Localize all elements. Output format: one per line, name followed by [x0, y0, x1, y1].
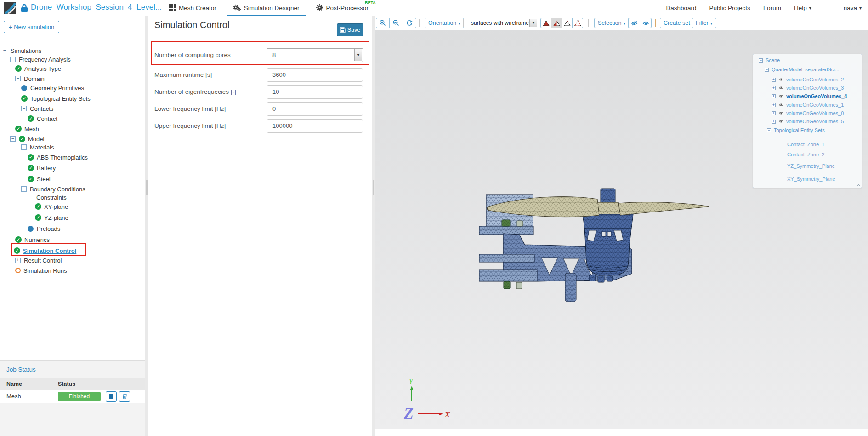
scene-volume-node[interactable]: +volumeOnGeoVolumes_2	[772, 76, 844, 83]
show-button[interactable]	[640, 18, 652, 28]
collapse-icon[interactable]: −	[767, 128, 771, 132]
scene-volume-node[interactable]: +volumeOnGeoVolumes_3	[772, 85, 844, 91]
eye-icon[interactable]	[778, 94, 784, 98]
nav-dashboard[interactable]: Dashboard	[666, 5, 697, 11]
cores-select[interactable]: 8 ▼	[267, 48, 363, 62]
save-button[interactable]: Save	[337, 23, 363, 36]
surface-triangle-button[interactable]	[551, 18, 562, 28]
tree-item-analysis-type[interactable]: ✓Analysis Type	[15, 64, 61, 73]
collapse-icon[interactable]: −	[10, 57, 16, 62]
expand-icon[interactable]: +	[772, 86, 776, 90]
eye-icon[interactable]	[778, 111, 784, 115]
upper-frequency-input[interactable]: 100000	[267, 119, 363, 133]
tree-item-materials[interactable]: −Materials	[21, 143, 54, 152]
tree-item-result-control[interactable]: +Result Control	[15, 256, 62, 265]
tab-post-processor[interactable]: Post-Processor BETA	[316, 0, 369, 16]
scene-root[interactable]: −Scene	[759, 57, 780, 63]
collapse-icon[interactable]: −	[2, 48, 7, 53]
tree-item-mesh[interactable]: ✓Mesh	[15, 124, 39, 133]
zoom-out-button[interactable]	[389, 18, 403, 28]
tree-item-yz-plane[interactable]: ✓YZ-plane	[35, 213, 68, 222]
eigenfrequencies-input[interactable]: 10	[267, 85, 363, 99]
hide-button[interactable]	[628, 18, 640, 28]
tree-item-contact[interactable]: ✓Contact	[28, 114, 57, 123]
eye-icon[interactable]	[778, 78, 784, 81]
select-arrow-icon[interactable]: ▼	[529, 19, 537, 27]
zoom-in-button[interactable]	[376, 18, 390, 28]
tree-item-simulations[interactable]: −Simulations	[2, 46, 41, 55]
expand-icon[interactable]: +	[772, 111, 776, 115]
tree-item-simulation-control[interactable]: ✓Simulation Control	[14, 246, 76, 255]
tab-simulation-designer[interactable]: Simulation Designer	[233, 0, 300, 16]
tree-item-simulation-runs[interactable]: Simulation Runs	[15, 266, 67, 275]
selection-button[interactable]: Selection▾	[594, 18, 629, 28]
expand-icon[interactable]: +	[772, 103, 776, 107]
resize-handle-icon[interactable]	[857, 183, 861, 187]
tree-item-steel[interactable]: ✓Steel	[28, 174, 51, 184]
expand-icon[interactable]: +	[772, 120, 776, 124]
collapse-icon[interactable]: −	[765, 68, 769, 72]
wireframe-triangle-button[interactable]	[562, 18, 573, 28]
collapse-icon[interactable]: −	[15, 76, 21, 81]
scene-volume-node[interactable]: +volumeOnGeoVolumes_5	[772, 118, 844, 125]
user-menu[interactable]: nava▾	[844, 5, 862, 11]
scene-entity-set[interactable]: YZ_Symmetry_Plane	[787, 163, 835, 169]
lower-frequency-input[interactable]: 0	[267, 102, 363, 116]
render-mode-select[interactable]: surfaces with wireframe ▼	[468, 18, 538, 28]
tree-item-preloads[interactable]: Preloads	[28, 224, 60, 233]
eye-icon[interactable]	[778, 103, 784, 107]
tab-mesh-creator[interactable]: Mesh Creator	[169, 0, 216, 16]
refresh-view-button[interactable]	[403, 18, 416, 28]
orientation-button[interactable]: Orientation▾	[425, 18, 464, 28]
collapse-icon[interactable]: −	[21, 144, 27, 150]
tree-item-topological-entity-sets[interactable]: ✓Topological Entity Sets	[21, 94, 91, 103]
collapse-icon[interactable]: −	[10, 136, 16, 142]
eye-icon[interactable]	[778, 120, 784, 123]
eye-icon[interactable]	[778, 86, 784, 90]
drone-model[interactable]	[473, 170, 731, 317]
field-label-upper-frequency: Upper frequency limit [Hz]	[154, 119, 226, 133]
scene-entity-sets-node[interactable]: −Topological Entity Sets	[767, 127, 825, 133]
collapse-icon[interactable]: −	[21, 186, 27, 192]
divider-grip[interactable]	[146, 180, 148, 195]
scene-entity-set[interactable]: Contact_Zone_1	[787, 141, 824, 148]
scene-entity-set[interactable]: Contact_Zone_2	[787, 151, 824, 158]
create-set-button[interactable]: Create set	[660, 18, 694, 28]
nav-forum[interactable]: Forum	[763, 5, 781, 11]
max-runtime-input[interactable]: 3600	[267, 68, 363, 82]
collapse-icon[interactable]: −	[21, 106, 27, 111]
tree-item-xy-plane[interactable]: ✓XY-plane	[35, 202, 68, 211]
project-title[interactable]: Drone_Workshop_Session_4_Level...	[31, 3, 162, 12]
nav-public-projects[interactable]: Public Projects	[709, 5, 750, 11]
delete-job-button[interactable]	[119, 391, 130, 402]
scene-volume-node[interactable]: +volumeOnGeoVolumes_1	[772, 102, 844, 108]
filter-button[interactable]: Filter▾	[692, 18, 716, 28]
tree-item-battery[interactable]: ✓Battery	[28, 163, 56, 172]
expand-icon[interactable]: +	[15, 258, 21, 263]
expand-icon[interactable]: +	[772, 78, 776, 82]
divider-grip[interactable]	[373, 180, 374, 195]
stop-job-button[interactable]	[106, 391, 117, 402]
tree-item-boundary-conditions[interactable]: −Boundary Conditions	[21, 184, 85, 194]
tree-item-contacts[interactable]: −Contacts	[21, 104, 53, 113]
tree-item-abs-thermoplatics[interactable]: ✓ABS Thermoplatics	[28, 153, 88, 162]
scene-volume-node-selected[interactable]: +volumeOnGeoVolumes_4	[772, 93, 847, 99]
scene-entity-set[interactable]: XY_Symmetry_Plane	[787, 176, 835, 182]
solid-triangle-button[interactable]	[540, 18, 551, 28]
tree-item-constraints[interactable]: −Constraints	[28, 193, 67, 202]
collapse-icon[interactable]: −	[28, 195, 33, 200]
tree-item-model[interactable]: −✓Model	[10, 134, 44, 143]
tree-item-frequency-analysis[interactable]: −Frequency Analysis	[10, 55, 71, 64]
nav-help[interactable]: Help▾	[794, 5, 811, 11]
tree-item-domain[interactable]: −Domain	[15, 74, 45, 83]
scene-volume-node[interactable]: +volumeOnGeoVolumes_0	[772, 110, 844, 116]
points-triangle-button[interactable]	[572, 18, 583, 28]
panel-separator	[148, 40, 372, 40]
scene-model-node[interactable]: −QuarterModel_separatedScr...	[765, 66, 839, 73]
tree-item-numerics[interactable]: ✓Numerics	[15, 235, 50, 244]
new-simulation-button[interactable]: + New simulation	[4, 21, 59, 33]
select-arrow-icon[interactable]: ▼	[354, 49, 362, 61]
collapse-icon[interactable]: −	[759, 58, 763, 63]
expand-icon[interactable]: +	[772, 94, 776, 98]
tree-item-geometry-primitives[interactable]: Geometry Primitives	[21, 83, 84, 92]
